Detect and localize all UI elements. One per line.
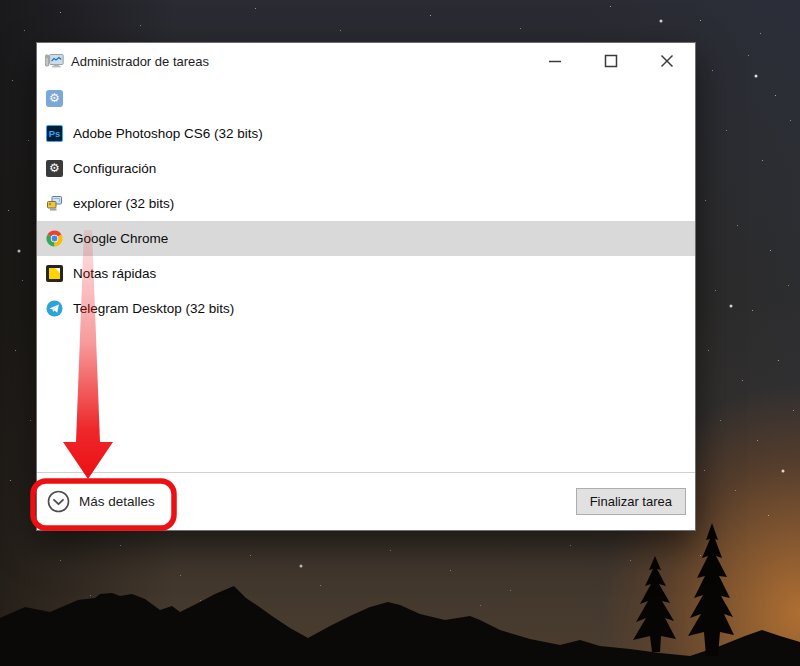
sticky-notes-icon — [46, 265, 63, 282]
task-label: Notas rápidas — [73, 266, 156, 281]
task-manager-window: Administrador de tareas ⚙ Ps Adobe Photo… — [36, 42, 696, 531]
task-label: Adobe Photoshop CS6 (32 bits) — [73, 126, 263, 141]
telegram-icon — [46, 300, 63, 317]
task-row-settings-blank[interactable]: ⚙ — [37, 81, 695, 116]
minimize-button[interactable] — [527, 43, 583, 79]
desktop-background: { "desktop": { "wallpaper": "night-sky-w… — [0, 0, 800, 666]
explorer-icon — [46, 195, 63, 212]
settings-blue-icon: ⚙ — [46, 90, 63, 107]
close-button[interactable] — [639, 43, 695, 79]
chevron-down-circle-icon — [47, 490, 70, 513]
conifer-tree-tall — [688, 523, 734, 656]
task-row-photoshop[interactable]: Ps Adobe Photoshop CS6 (32 bits) — [37, 116, 695, 151]
task-row-notas-rapidas[interactable]: Notas rápidas — [37, 256, 695, 291]
conifer-tree-small — [633, 556, 676, 652]
task-manager-icon — [45, 52, 64, 70]
close-icon — [660, 54, 674, 68]
maximize-button[interactable] — [583, 43, 639, 79]
task-list: ⚙ Ps Adobe Photoshop CS6 (32 bits) ⚙ Con… — [37, 79, 695, 326]
task-label: explorer (32 bits) — [73, 196, 174, 211]
chrome-icon — [46, 230, 63, 247]
task-row-configuracion[interactable]: ⚙ Configuración — [37, 151, 695, 186]
list-empty-area — [37, 326, 695, 472]
minimize-icon — [548, 54, 562, 68]
task-label: Telegram Desktop (32 bits) — [73, 301, 234, 316]
bright-stars — [0, 0, 2, 2]
maximize-icon — [604, 54, 618, 68]
task-label: Configuración — [73, 161, 156, 176]
task-row-google-chrome[interactable]: Google Chrome — [37, 221, 695, 256]
settings-gear-icon: ⚙ — [46, 160, 63, 177]
task-row-explorer[interactable]: explorer (32 bits) — [37, 186, 695, 221]
footer-bar: Más detalles Finalizar tarea — [37, 472, 695, 530]
more-details-label: Más detalles — [79, 494, 155, 509]
more-details-toggle[interactable]: Más detalles — [47, 490, 155, 513]
window-title: Administrador de tareas — [71, 54, 527, 69]
end-task-button[interactable]: Finalizar tarea — [576, 488, 686, 515]
task-label: Google Chrome — [73, 231, 168, 246]
task-row-telegram[interactable]: Telegram Desktop (32 bits) — [37, 291, 695, 326]
photoshop-icon: Ps — [46, 125, 63, 142]
title-bar[interactable]: Administrador de tareas — [37, 43, 695, 79]
